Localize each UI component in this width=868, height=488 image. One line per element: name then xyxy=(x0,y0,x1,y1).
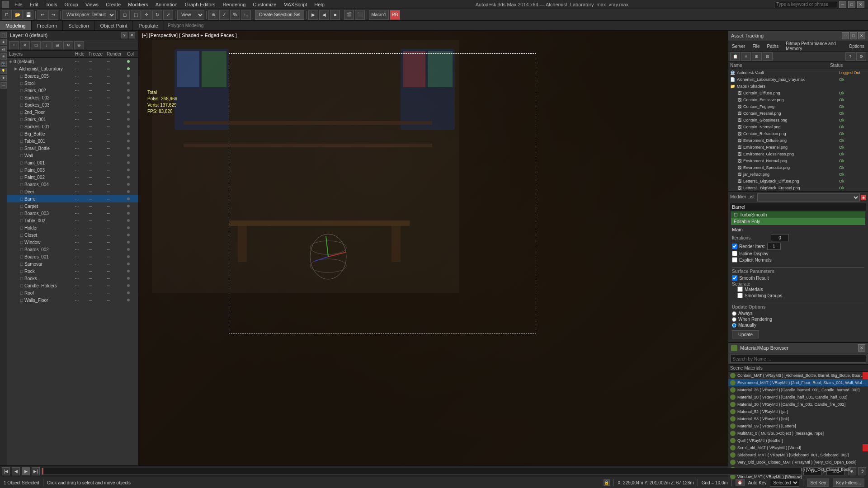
mb-material-item[interactable]: Material_52 ( VRayMtl ) [jar] xyxy=(728,408,868,415)
at-maximize-btn[interactable]: □ xyxy=(850,32,857,39)
mb-material-item[interactable]: Material_53 ( VRayMtl ) [Ink] xyxy=(728,415,868,422)
layer-item[interactable]: ◻ Paint_003 ··· ··· ··· xyxy=(7,166,138,174)
timeline-track[interactable] xyxy=(42,468,802,475)
menu-tools[interactable]: Tools xyxy=(42,2,61,7)
at-list-item[interactable]: 🖼 Contain_Fresnel.png Ok xyxy=(728,110,868,117)
minimize-button[interactable]: ─ xyxy=(839,1,846,8)
layer-item[interactable]: ◻ Deer ··· ··· ··· xyxy=(7,188,138,195)
layer-item[interactable]: ◻ Boards_001 ··· ··· ··· xyxy=(7,253,138,260)
tab-selection[interactable]: Selection xyxy=(63,21,94,30)
mb-material-item[interactable]: MultiMat_0 ( Multi/Sub-Object ) [message… xyxy=(728,430,868,437)
viewport[interactable]: [+] [Perspective] [ Shaded + Edged Faces… xyxy=(138,31,728,465)
layer-item[interactable]: ◻ Spokes_003 ··· ··· ··· xyxy=(7,101,138,108)
menu-edit[interactable]: Edit xyxy=(26,2,42,7)
at-help-btn[interactable]: ? xyxy=(845,52,855,61)
layer-item[interactable]: ▶ Alchemist_Laboratory ··· ··· ··· xyxy=(7,65,138,72)
iterations-input[interactable] xyxy=(771,234,789,241)
layers-merge-btn[interactable]: ⊞ xyxy=(52,41,62,49)
at-list-item[interactable]: 🖼 jar_refract.png Ok xyxy=(728,171,868,178)
layer-item[interactable]: ◻ Paint_002 ··· ··· ··· xyxy=(7,174,138,181)
smoothing-groups-checkbox[interactable] xyxy=(737,293,743,298)
at-menu-file[interactable]: File xyxy=(749,41,763,51)
layers-delete-btn[interactable]: ✕ xyxy=(20,41,30,49)
close-button[interactable]: ✕ xyxy=(857,1,864,8)
mb-material-item[interactable]: Contain_MAT ( VRayMtl ) [Alchemist_Bottl… xyxy=(728,372,868,379)
at-list-item[interactable]: 🖼 Enviroment_Fresnel.png Ok xyxy=(728,144,868,150)
at-list-item[interactable]: 🖼 Contain_Emissive.png Ok xyxy=(728,96,868,103)
menu-customize[interactable]: Customize xyxy=(249,2,280,7)
layer-item[interactable]: ◻ Small_Bottle ··· ··· ··· xyxy=(7,145,138,152)
at-list-item[interactable]: 🖼 Enviroment_Glossiness.png Ok xyxy=(728,150,868,157)
layer-item[interactable]: ◻ Window ··· ··· ··· xyxy=(7,239,138,246)
layer-item[interactable]: ◻ Stairs_001 ··· ··· ··· xyxy=(7,116,138,123)
light-icon[interactable]: 💡 xyxy=(0,68,7,74)
mb-material-item[interactable]: Sideboard_MAT ( VRayMtl ) [Sideboard_001… xyxy=(728,451,868,459)
tab-modeling[interactable]: Modeling xyxy=(0,21,32,30)
layer-item[interactable]: ◻ Walls_Floor ··· ··· ··· xyxy=(7,296,138,304)
rb-btn[interactable]: RB xyxy=(390,10,401,20)
at-menu-paths[interactable]: Paths xyxy=(764,41,783,51)
spacewarp-icon[interactable]: 〰 xyxy=(0,82,7,89)
at-tb-btn4[interactable]: ⊟ xyxy=(763,52,773,61)
render-iters-input[interactable] xyxy=(767,243,781,250)
at-list-item[interactable]: 🖼 Enviroment_Diffuse.png Ok xyxy=(728,137,868,144)
layers-help-btn[interactable]: ? xyxy=(121,32,127,38)
select-object-icon[interactable]: ⬚ xyxy=(0,32,7,38)
lock-icon[interactable]: 🔒 xyxy=(604,479,610,486)
menu-create[interactable]: Create xyxy=(102,2,124,7)
workspace-dropdown[interactable]: Workspace: Default xyxy=(62,10,116,20)
at-list-item[interactable]: 📁 Maps / Shaders xyxy=(728,83,868,89)
at-menu-options[interactable]: Options xyxy=(845,41,868,51)
menu-modifiers[interactable]: Modifiers xyxy=(124,2,152,7)
layers-freeze-btn[interactable]: ❄ xyxy=(63,41,73,49)
select-tool-btn[interactable]: ◻ xyxy=(120,10,130,20)
at-list-item[interactable]: 🖼 Contain_Normal.png Ok xyxy=(728,123,868,130)
tb-angle-snap-btn[interactable]: ∠ xyxy=(219,10,229,20)
layer-item[interactable]: ◻ Table_002 ··· ··· ··· xyxy=(7,217,138,224)
tb-play-back-btn[interactable]: ◀ xyxy=(319,10,329,20)
play-back-btn[interactable]: ◀ xyxy=(12,467,20,475)
smooth-result-checkbox[interactable] xyxy=(732,275,737,281)
tb-snap-btn[interactable]: ⊕ xyxy=(208,10,218,20)
layer-item[interactable]: ◻ Books ··· ··· ··· xyxy=(7,275,138,282)
layer-item[interactable]: ◈ 0 (default) ··· ··· ··· xyxy=(7,58,138,65)
subobj-icon[interactable]: ◈ xyxy=(0,39,7,45)
tb-play-anim-btn[interactable]: ▶ xyxy=(308,10,318,20)
layer-item[interactable]: ◻ Samovar ··· ··· ··· xyxy=(7,260,138,267)
tb-render-setup-btn[interactable]: 🎬 xyxy=(344,10,354,20)
tb-open-btn[interactable]: 📂 xyxy=(13,10,23,20)
move-tool-btn[interactable]: ✛ xyxy=(142,10,151,20)
tb-stop-btn[interactable]: ■ xyxy=(330,10,340,20)
at-menu-server[interactable]: Server xyxy=(728,41,749,51)
menu-help[interactable]: Help xyxy=(311,2,328,7)
explicit-normals-checkbox[interactable] xyxy=(732,257,737,263)
at-list-item[interactable]: 🖼 Contain_Glossiness.png Ok xyxy=(728,117,868,123)
mb-material-item[interactable]: Material_59 ( VRayMtl ) [Letters] xyxy=(728,422,868,430)
tb-new-btn[interactable]: 🗋 xyxy=(2,10,12,20)
tab-populate[interactable]: Populate xyxy=(133,21,164,30)
tb-spinner-snap-btn[interactable]: ↑↓ xyxy=(241,10,251,20)
layer-item[interactable]: ◻ Boards_004 ··· ··· ··· xyxy=(7,181,138,188)
create-selection-btn[interactable]: Create Selection Sel xyxy=(255,10,304,20)
when-rendering-radio[interactable] xyxy=(732,317,736,322)
scale-tool-btn[interactable]: ⤢ xyxy=(163,10,173,20)
layer-item[interactable]: ◻ Closet ··· ··· ··· xyxy=(7,231,138,239)
mb-material-item[interactable]: Material_30 ( VRayMtl ) [Candle_fire_001… xyxy=(728,401,868,408)
isoline-checkbox[interactable] xyxy=(732,251,737,256)
tb-redo-btn[interactable]: ↪ xyxy=(48,10,58,20)
layer-item[interactable]: ◻ Table_001 ··· ··· ··· xyxy=(7,137,138,145)
mb-material-item[interactable]: Very_Old_Book_Closed_MAT ( VRayMtl ) [Ve… xyxy=(728,459,868,466)
unlink-icon[interactable]: ⊗ xyxy=(0,53,7,60)
layer-item[interactable]: ◻ 2nd_Floor ··· ··· ··· xyxy=(7,108,138,116)
menu-animation[interactable]: Animation xyxy=(152,2,181,7)
mb-material-item[interactable]: Material_26 ( VRayMtl ) [Candle_burned_0… xyxy=(728,386,868,394)
turbosmooth-item[interactable]: ☐ TurboSmooth xyxy=(731,211,865,218)
tab-object-paint[interactable]: Object Paint xyxy=(95,21,133,30)
layer-item[interactable]: ◻ Paint_001 ··· ··· ··· xyxy=(7,159,138,166)
menu-maxscript[interactable]: MAXScript xyxy=(280,2,311,7)
at-list-item[interactable]: 🖼 Contain_Refraction.png Ok xyxy=(728,130,868,137)
layers-select-btn[interactable]: ◻ xyxy=(31,41,41,49)
at-list-item[interactable]: 🖼 Contain_Diffuse.png Ok xyxy=(728,89,868,96)
update-button[interactable]: Update xyxy=(732,330,759,338)
layer-item[interactable]: ◻ Carpet ··· ··· ··· xyxy=(7,202,138,210)
